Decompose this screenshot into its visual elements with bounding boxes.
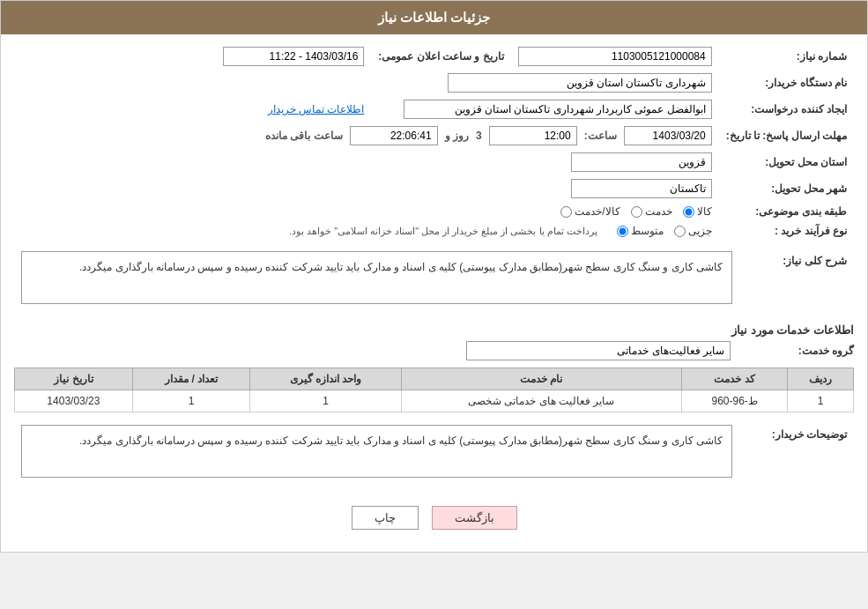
cell-qty: 1 bbox=[132, 390, 250, 412]
col-date: تاریخ نیاز bbox=[15, 368, 133, 390]
buyer-org-input[interactable] bbox=[448, 73, 712, 93]
group-input[interactable] bbox=[466, 341, 731, 360]
process-cell: جزیی متوسط پرداخت تمام یا بخشی از مبلغ خ… bbox=[14, 221, 719, 241]
days-value: 3 bbox=[476, 130, 482, 142]
print-button[interactable]: چاپ bbox=[352, 506, 419, 530]
process-jozei-radio[interactable] bbox=[674, 226, 686, 237]
city-label: شهر محل تحویل: bbox=[719, 175, 854, 202]
category-khadamat-radio[interactable] bbox=[631, 206, 642, 218]
page-title: جزئیات اطلاعات نیاز bbox=[378, 10, 490, 25]
announce-input[interactable] bbox=[223, 47, 364, 66]
process-label: نوع فرآیند خرید : bbox=[719, 221, 854, 241]
deadline-row-cell: ساعت: 3 روز و ساعت باقی مانده bbox=[14, 123, 719, 149]
deadline-date-input[interactable] bbox=[624, 126, 712, 145]
col-name: نام خدمت bbox=[401, 368, 681, 390]
category-both-label: کالا/خدمت bbox=[575, 205, 619, 218]
process-motavasset-label: متوسط bbox=[631, 225, 664, 237]
city-input[interactable] bbox=[571, 179, 712, 198]
general-desc-label: شرح کلی نیاز: bbox=[739, 248, 854, 316]
deadline-time-input[interactable] bbox=[489, 126, 577, 145]
buttons-row: بازگشت چاپ bbox=[14, 497, 854, 543]
category-both-radio[interactable] bbox=[560, 206, 572, 218]
send-deadline-label: مهلت ارسال پاسخ: تا تاریخ: bbox=[719, 123, 854, 149]
cell-code: ط-96-960 bbox=[681, 390, 787, 412]
buyer-notes-cell: کاشی کاری و سنگ کاری سطح شهر(مطابق مدارک… bbox=[14, 421, 739, 490]
province-label: استان محل تحویل: bbox=[719, 149, 854, 175]
process-jozei-label: جزیی bbox=[688, 225, 712, 237]
time-label: ساعت: bbox=[584, 130, 617, 142]
remaining-label: ساعت باقی مانده bbox=[265, 130, 343, 142]
remaining-input[interactable] bbox=[350, 126, 438, 145]
days-label: روز و bbox=[445, 130, 469, 142]
process-motavasset-item[interactable]: متوسط bbox=[617, 225, 664, 237]
category-cell: کالا خدمت کالا/خدمت bbox=[14, 202, 719, 221]
category-kala-label: کالا bbox=[697, 205, 712, 218]
table-row: 1 ط-96-960 سایر فعالیت های خدماتی شخصی 1… bbox=[15, 390, 854, 412]
services-info-title: اطلاعات خدمات مورد نیاز bbox=[14, 323, 854, 337]
cell-date: 1403/03/23 bbox=[15, 390, 133, 412]
col-qty: تعداد / مقدار bbox=[132, 368, 250, 390]
desc-table: شرح کلی نیاز: کاشی کاری و سنگ کاری سطح ش… bbox=[14, 248, 854, 316]
need-number-label: شماره نیاز: bbox=[719, 43, 854, 70]
group-label: گروه خدمت: bbox=[739, 345, 854, 357]
col-row: ردیف bbox=[788, 368, 854, 390]
category-khadamat-item[interactable]: خدمت bbox=[631, 205, 672, 218]
buyer-notes-box: کاشی کاری و سنگ کاری سطح شهر(مطابق مدارک… bbox=[21, 425, 732, 478]
need-number-cell bbox=[511, 43, 719, 70]
col-unit: واحد اندازه گیری bbox=[250, 368, 401, 390]
city-cell bbox=[14, 175, 719, 202]
buyer-org-cell bbox=[14, 70, 719, 96]
services-table: ردیف کد خدمت نام خدمت واحد اندازه گیری ت… bbox=[14, 368, 854, 412]
main-info-table: شماره نیاز: تاریخ و ساعت اعلان عمومی: نا… bbox=[14, 43, 854, 241]
creator-cell bbox=[371, 96, 718, 123]
contact-link-cell: اطلاعات تماس خریدار bbox=[14, 96, 371, 123]
need-number-input[interactable] bbox=[518, 47, 712, 66]
province-input[interactable] bbox=[571, 152, 712, 172]
general-desc-box: کاشی کاری و سنگ کاری سطح شهر(مطابق مدارک… bbox=[21, 251, 732, 304]
category-label: طبقه بندی موضوعی: bbox=[719, 202, 854, 221]
category-both-item[interactable]: کالا/خدمت bbox=[560, 205, 619, 218]
buyer-notes-table: توضیحات خریدار: کاشی کاری و سنگ کاری سطح… bbox=[14, 421, 854, 490]
buyer-org-label: نام دستگاه خریدار: bbox=[719, 70, 854, 96]
category-kala-radio[interactable] bbox=[683, 206, 694, 218]
process-note: پرداخت تمام یا بخشی از مبلغ خریدار از مح… bbox=[289, 226, 597, 237]
cell-name: سایر فعالیت های خدماتی شخصی bbox=[401, 390, 681, 412]
creator-input[interactable] bbox=[404, 100, 712, 119]
process-motavasset-radio[interactable] bbox=[617, 226, 628, 237]
announce-label: تاریخ و ساعت اعلان عمومی: bbox=[371, 43, 510, 70]
page-header: جزئیات اطلاعات نیاز bbox=[1, 1, 867, 34]
province-cell bbox=[14, 149, 719, 175]
col-code: کد خدمت bbox=[681, 368, 787, 390]
buyer-notes-label: توضیحات خریدار: bbox=[739, 421, 854, 490]
back-button[interactable]: بازگشت bbox=[432, 506, 517, 530]
announce-cell bbox=[14, 43, 371, 70]
category-kala-item[interactable]: کالا bbox=[683, 205, 712, 218]
process-jozei-item[interactable]: جزیی bbox=[674, 225, 712, 237]
contact-link[interactable]: اطلاعات تماس خریدار bbox=[268, 103, 365, 115]
category-khadamat-label: خدمت bbox=[645, 205, 672, 218]
cell-unit: 1 bbox=[250, 390, 401, 412]
cell-row: 1 bbox=[788, 390, 854, 412]
general-desc-cell: کاشی کاری و سنگ کاری سطح شهر(مطابق مدارک… bbox=[14, 248, 739, 316]
creator-label: ایجاد کننده درخواست: bbox=[719, 96, 854, 123]
group-row: گروه خدمت: bbox=[14, 341, 854, 360]
